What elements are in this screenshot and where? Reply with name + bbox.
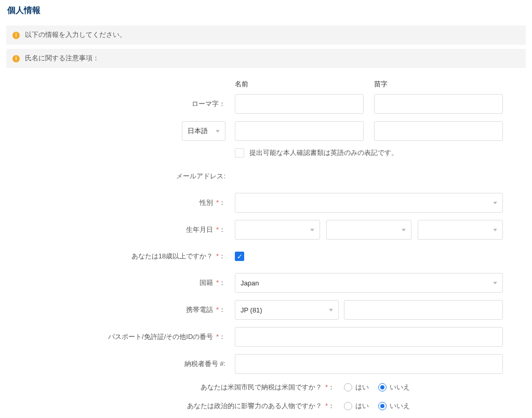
input-native-lastname[interactable] [374,121,503,141]
select-nationality[interactable]: Japan [235,273,503,293]
notice-name-remarks: i 氏名に関する注意事項： [6,49,526,68]
select-phone-country-value: JP (81) [241,306,262,314]
input-romaji-lastname[interactable] [374,94,503,114]
info-icon: i [12,32,20,39]
chevron-down-icon [329,309,333,311]
select-dob-month[interactable] [326,220,411,240]
chevron-down-icon [493,282,497,284]
input-romaji-firstname[interactable] [235,94,364,114]
column-header-lastname: 苗字 [374,80,503,90]
notice-text-1: 以下の情報を入力してください。 [25,31,126,40]
label-email: メールアドレス: [6,172,235,181]
language-select[interactable]: 日本語 [182,121,225,141]
radio-us-citizen-yes[interactable]: はい [344,383,369,392]
input-phone-number[interactable] [344,300,503,320]
checkbox-english-only-docs[interactable] [235,148,244,158]
input-id-number[interactable] [235,327,503,347]
label-us-citizen-q: あなたは米国市民で納税は米国ですか？ *： [6,383,344,392]
notice-info-input: i 以下の情報を入力してください。 [6,25,526,45]
column-header-firstname: 名前 [235,80,364,90]
select-phone-country[interactable]: JP (81) [235,300,339,320]
label-pep-q: あなたは政治的に影響力のある人物ですか？ *： [6,401,344,411]
select-gender[interactable] [235,193,503,213]
info-icon: i [12,55,20,62]
label-id-number: パスポート/免許証/その他IDの番号 *： [6,332,235,342]
page-title: 個人情報 [6,5,526,16]
checkbox-over18[interactable]: ✓ [235,252,244,261]
radio-us-citizen-no[interactable]: いいえ [378,383,410,392]
label-phone: 携帯電話 *： [6,305,235,315]
select-nationality-value: Japan [241,279,259,287]
label-gender: 性別 *： [6,198,235,207]
label-over18: あなたは18歳以上ですか？ *： [6,252,235,261]
label-romaji: ローマ字： [6,99,235,109]
radio-pep-yes[interactable]: はい [344,401,369,411]
select-dob-day[interactable] [418,220,503,240]
chevron-down-icon [216,130,220,133]
label-dob: 生年月日 *： [6,225,235,234]
input-tax-number[interactable] [235,354,503,374]
chevron-down-icon [402,229,406,231]
label-english-only-docs: 提出可能な本人確認書類は英語のみの表記です。 [249,149,398,158]
language-select-value: 日本語 [188,126,208,136]
label-tax-number: 納税者番号 #: [6,359,235,369]
chevron-down-icon [493,229,497,231]
select-dob-year[interactable] [235,220,320,240]
chevron-down-icon [493,202,497,204]
input-native-firstname[interactable] [235,121,364,141]
label-nationality: 国籍 *： [6,278,235,288]
chevron-down-icon [310,229,314,231]
notice-text-2: 氏名に関する注意事項： [25,54,99,63]
radio-pep-no[interactable]: いいえ [378,401,410,411]
